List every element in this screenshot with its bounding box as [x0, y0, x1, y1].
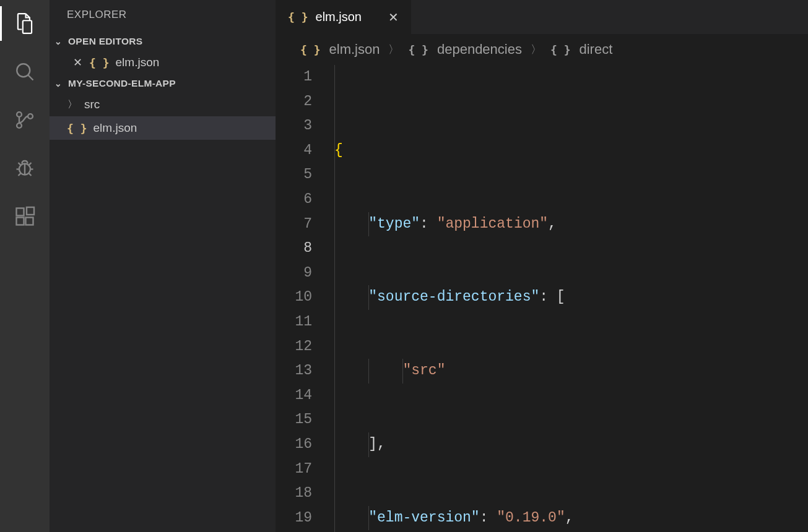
line-number: 9 [276, 261, 312, 286]
chevron-right-icon: 〉 [388, 42, 399, 57]
activity-search[interactable] [0, 59, 50, 84]
code-content[interactable]: { "type": "application", "source-directo… [334, 65, 808, 532]
file-item-elm-json[interactable]: { } elm.json [50, 116, 276, 140]
line-number: 2 [276, 90, 312, 114]
chevron-right-icon: 〉 [531, 42, 542, 57]
code-token: ], [368, 436, 386, 452]
chevron-right-icon: 〉 [67, 98, 78, 111]
line-number: 17 [276, 457, 312, 482]
svg-rect-0 [23, 20, 32, 33]
file-name: elm.json [93, 121, 137, 135]
activity-bar [0, 0, 50, 532]
project-name-label: MY-SECOND-ELM-APP [68, 78, 176, 89]
open-editors-label: OPEN EDITORS [68, 36, 142, 47]
code-token: "type" [368, 216, 420, 232]
line-number: 16 [276, 432, 312, 457]
svg-rect-16 [26, 218, 33, 225]
search-icon [12, 59, 37, 84]
line-number: 12 [276, 335, 312, 359]
explorer-sidebar: EXPLORER ⌄ OPEN EDITORS ✕ { } elm.json ⌄… [50, 0, 276, 532]
activity-source-control[interactable] [0, 108, 50, 132]
sidebar-title: EXPLORER [50, 0, 276, 32]
folder-item-src[interactable]: 〉 src [50, 93, 276, 116]
json-file-icon: { } [67, 122, 87, 135]
line-number: 15 [276, 408, 312, 432]
svg-rect-17 [27, 207, 34, 215]
svg-point-1 [17, 64, 30, 77]
line-number: 7 [276, 212, 312, 237]
open-editor-filename: elm.json [116, 56, 160, 69]
svg-line-10 [19, 163, 22, 166]
close-icon[interactable]: ✕ [72, 56, 83, 69]
breadcrumb-file[interactable]: elm.json [329, 41, 380, 58]
extensions-icon [12, 204, 37, 229]
code-token: "application" [437, 216, 548, 232]
svg-point-5 [28, 114, 33, 119]
json-object-icon: { } [408, 43, 428, 56]
editor-area: { } elm.json ✕ { } elm.json 〉 { } depend… [276, 0, 808, 532]
code-token: "elm-version" [368, 510, 479, 526]
line-number: 11 [276, 310, 312, 335]
source-control-icon [12, 108, 37, 132]
open-editors-header[interactable]: ⌄ OPEN EDITORS [50, 32, 276, 51]
code-token: "source-directories" [368, 289, 539, 305]
json-object-icon: { } [550, 43, 571, 56]
breadcrumb-direct[interactable]: direct [579, 41, 612, 58]
svg-rect-15 [17, 218, 24, 225]
chevron-down-icon: ⌄ [52, 36, 64, 46]
line-number: 8 [276, 236, 312, 261]
code-token: "0.19.0" [497, 510, 565, 526]
chevron-down-icon: ⌄ [52, 79, 64, 88]
activity-explorer[interactable] [0, 11, 50, 36]
svg-line-11 [28, 163, 32, 166]
activity-debug[interactable] [0, 156, 50, 181]
svg-line-13 [28, 173, 32, 176]
json-file-icon: { } [89, 56, 110, 69]
line-number: 14 [276, 384, 312, 408]
code-token: { [334, 142, 343, 158]
line-number: 1 [276, 65, 312, 90]
line-number: 6 [276, 187, 312, 212]
tab-label: elm.json [316, 10, 362, 24]
svg-rect-14 [17, 208, 24, 216]
line-number: 3 [276, 114, 312, 139]
line-number: 19 [276, 506, 312, 531]
svg-line-2 [28, 75, 33, 80]
files-icon [12, 11, 37, 36]
line-number: 10 [276, 285, 312, 310]
code-editor[interactable]: 1 2 3 4 5 6 7 8 9 10 11 12 13 14 15 16 1… [276, 65, 808, 532]
activity-extensions[interactable] [0, 204, 50, 229]
line-number: 5 [276, 163, 312, 187]
json-file-icon: { } [288, 11, 308, 24]
line-number: 13 [276, 359, 312, 384]
svg-line-12 [19, 173, 22, 176]
svg-point-4 [17, 123, 22, 128]
json-file-icon: { } [300, 43, 321, 56]
project-header[interactable]: ⌄ MY-SECOND-ELM-APP [50, 74, 276, 93]
line-number: 4 [276, 139, 312, 163]
line-number-gutter: 1 2 3 4 5 6 7 8 9 10 11 12 13 14 15 16 1… [276, 65, 334, 532]
tab-elm-json[interactable]: { } elm.json ✕ [276, 0, 412, 34]
breadcrumb-dependencies[interactable]: dependencies [437, 41, 522, 58]
debug-icon [12, 156, 37, 181]
close-icon[interactable]: ✕ [388, 10, 399, 25]
open-editor-item[interactable]: ✕ { } elm.json [50, 51, 276, 74]
editor-tabs: { } elm.json ✕ [276, 0, 808, 34]
code-token: "src" [402, 363, 445, 379]
line-number: 18 [276, 481, 312, 506]
folder-name: src [84, 98, 100, 111]
svg-point-3 [17, 112, 22, 117]
breadcrumbs[interactable]: { } elm.json 〉 { } dependencies 〉 { } di… [276, 34, 808, 65]
